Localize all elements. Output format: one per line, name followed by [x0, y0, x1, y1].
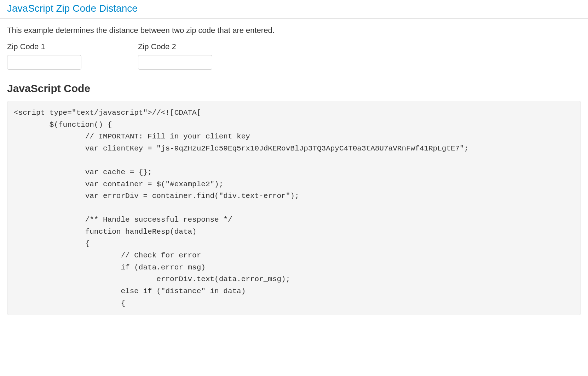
zip2-group: Zip Code 2 — [138, 42, 212, 70]
code-section-heading: JavaScript Code — [7, 82, 581, 95]
page-title-link[interactable]: JavaScript Zip Code Distance — [7, 3, 138, 14]
zip-form-row: Zip Code 1 Zip Code 2 — [7, 42, 581, 70]
code-content: <script type="text/javascript">//<![CDAT… — [14, 107, 574, 309]
zip2-input[interactable] — [138, 55, 212, 70]
page-header: JavaScript Zip Code Distance — [0, 0, 588, 19]
zip2-label: Zip Code 2 — [138, 42, 212, 51]
zip1-input[interactable] — [7, 55, 81, 70]
zip1-label: Zip Code 1 — [7, 42, 81, 51]
zip1-group: Zip Code 1 — [7, 42, 81, 70]
content-area: This example determines the distance bet… — [0, 19, 588, 322]
code-block: <script type="text/javascript">//<![CDAT… — [7, 101, 581, 315]
description-text: This example determines the distance bet… — [7, 26, 581, 35]
